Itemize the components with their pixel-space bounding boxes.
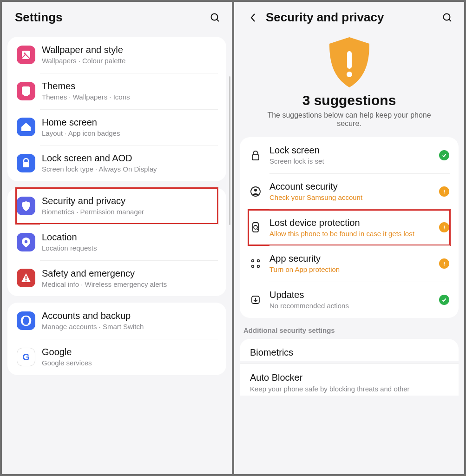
settings-item-text: LocationLocation requests <box>42 231 217 253</box>
svg-point-13 <box>25 240 27 243</box>
settings-item-sub: Themes · Wallpapers · Icons <box>42 93 217 102</box>
settings-item-text: Lock screen and AODScreen lock type · Al… <box>42 152 217 174</box>
svg-point-40 <box>257 265 260 268</box>
settings-item-text: Accounts and backupManage accounts · Sma… <box>42 310 217 331</box>
security-title: Security and privacy <box>266 10 441 25</box>
lockscreen-icon <box>17 154 35 172</box>
svg-rect-15 <box>26 276 27 279</box>
updates-icon <box>249 293 262 306</box>
settings-item-security[interactable]: Security and privacyBiometrics · Permiss… <box>16 188 218 224</box>
settings-title: Settings <box>15 10 209 25</box>
security-hero: 3 suggestions The suggestions below can … <box>240 30 459 131</box>
suggestion-lockscreen[interactable]: Lock screenScreen lock is set <box>248 137 450 173</box>
svg-rect-10 <box>23 162 29 167</box>
settings-item-location[interactable]: LocationLocation requests <box>16 224 218 260</box>
search-icon[interactable] <box>209 11 222 24</box>
settings-item-text: ThemesThemes · Wallpapers · Icons <box>42 80 217 102</box>
settings-item-label: Wallpaper and style <box>42 44 217 56</box>
suggestion-text: UpdatesNo recommended actions <box>269 289 435 311</box>
alert-icon <box>439 186 449 197</box>
suggestion-label: Account security <box>269 181 435 192</box>
settings-item-sub: Manage accounts · Smart Switch <box>42 323 217 331</box>
suggestion-sub: Check your Samsung account <box>269 193 435 202</box>
svg-rect-35 <box>444 226 445 228</box>
svg-rect-27 <box>252 155 259 160</box>
extra-sub: Keep your phone safe by blocking threats… <box>250 385 448 393</box>
settings-item-sub: Biometrics · Permission manager <box>42 208 217 217</box>
settings-item-text: Home screenLayout · App icon badges <box>42 117 217 138</box>
suggestions-card: Lock screenScreen lock is setAccount sec… <box>240 137 459 318</box>
settings-item-sub: Layout · App icon badges <box>42 129 217 138</box>
extra-label: Auto Blocker <box>250 372 448 383</box>
settings-item-label: Lock screen and AOD <box>42 152 217 164</box>
settings-item-sub: Google services <box>42 359 217 368</box>
settings-item-label: Security and privacy <box>42 195 217 207</box>
extra-biometrics[interactable]: Biometrics <box>240 339 459 361</box>
svg-point-31 <box>444 192 445 193</box>
suggestion-account[interactable]: Account securityCheck your Samsung accou… <box>248 173 450 210</box>
suggestion-label: Updates <box>269 289 435 301</box>
suggestion-text: Account securityCheck your Samsung accou… <box>269 181 435 202</box>
settings-item-wallpaper[interactable]: Wallpaper and styleWallpapers · Colour p… <box>16 37 218 73</box>
suggestion-sub: Allow this phone to be found in case it … <box>269 230 435 238</box>
svg-point-39 <box>252 265 254 268</box>
settings-group-display: Wallpaper and styleWallpapers · Colour p… <box>7 37 226 181</box>
settings-item-sub: Medical info · Wireless emergency alerts <box>42 280 217 289</box>
svg-point-38 <box>257 260 260 262</box>
svg-point-29 <box>254 189 257 192</box>
svg-point-42 <box>444 264 445 265</box>
suggestion-updates[interactable]: UpdatesNo recommended actions <box>248 282 450 318</box>
suggestion-sub: Turn on App protection <box>269 265 435 274</box>
extra-label: Biometrics <box>250 347 448 358</box>
settings-pane: Settings Wallpaper and styleWallpapers ·… <box>2 2 232 474</box>
svg-line-24 <box>449 19 452 21</box>
settings-item-safety[interactable]: Safety and emergencyMedical info · Wirel… <box>16 260 218 297</box>
svg-point-33 <box>254 225 257 229</box>
svg-rect-25 <box>347 51 352 69</box>
settings-item-themes[interactable]: ThemesThemes · Wallpapers · Icons <box>16 73 218 109</box>
settings-item-label: Home screen <box>42 117 217 128</box>
settings-list[interactable]: Wallpaper and styleWallpapers · Colour p… <box>2 30 232 474</box>
security-pane: Security and privacy 3 suggestions The s… <box>234 2 464 474</box>
lockscreen-icon <box>249 149 262 162</box>
appsec-icon <box>249 257 262 270</box>
settings-item-home[interactable]: Home screenLayout · App icon badges <box>16 109 218 145</box>
settings-item-text: Wallpaper and styleWallpapers · Colour p… <box>42 44 217 66</box>
hero-title: 3 suggestions <box>249 93 449 108</box>
scrollbar[interactable] <box>229 76 230 225</box>
safety-icon <box>17 269 35 287</box>
svg-text:G: G <box>22 352 30 362</box>
shield-alert-icon <box>324 37 375 88</box>
settings-item-accounts[interactable]: Accounts and backupManage accounts · Sma… <box>16 303 218 339</box>
account-icon <box>249 185 262 198</box>
suggestion-sub: No recommended actions <box>269 302 435 311</box>
google-icon: G <box>17 348 35 366</box>
settings-item-google[interactable]: GGoogleGoogle services <box>16 339 218 375</box>
svg-rect-7 <box>24 92 28 96</box>
alert-icon <box>439 258 449 269</box>
home-icon <box>17 118 35 136</box>
svg-point-0 <box>211 13 218 20</box>
settings-item-sub: Screen lock type · Always On Display <box>42 165 217 174</box>
settings-item-sub: Wallpapers · Colour palette <box>42 57 217 66</box>
svg-rect-17 <box>17 311 35 330</box>
accounts-icon <box>17 311 35 330</box>
back-icon[interactable] <box>247 12 259 24</box>
security-scroll[interactable]: 3 suggestions The suggestions below can … <box>234 30 464 474</box>
svg-line-1 <box>217 19 219 21</box>
svg-point-26 <box>347 72 352 77</box>
settings-item-lockscreen[interactable]: Lock screen and AODScreen lock type · Al… <box>16 145 218 181</box>
suggestion-label: Lost device protection <box>269 217 435 229</box>
suggestion-sub: Screen lock is set <box>269 157 435 166</box>
alert-icon <box>439 222 449 232</box>
svg-rect-30 <box>444 190 445 192</box>
suggestion-label: Lock screen <box>269 145 435 156</box>
suggestion-appsec[interactable]: App securityTurn on App protection <box>248 245 450 282</box>
settings-item-text: Safety and emergencyMedical info · Wirel… <box>42 268 217 289</box>
suggestion-text: App securityTurn on App protection <box>269 253 435 274</box>
extra-autoblocker[interactable]: Auto BlockerKeep your phone safe by bloc… <box>240 364 459 396</box>
settings-item-label: Themes <box>42 80 217 92</box>
suggestion-lost[interactable]: Lost device protectionAllow this phone t… <box>248 210 450 246</box>
check-icon <box>439 295 449 305</box>
search-icon[interactable] <box>441 11 454 24</box>
